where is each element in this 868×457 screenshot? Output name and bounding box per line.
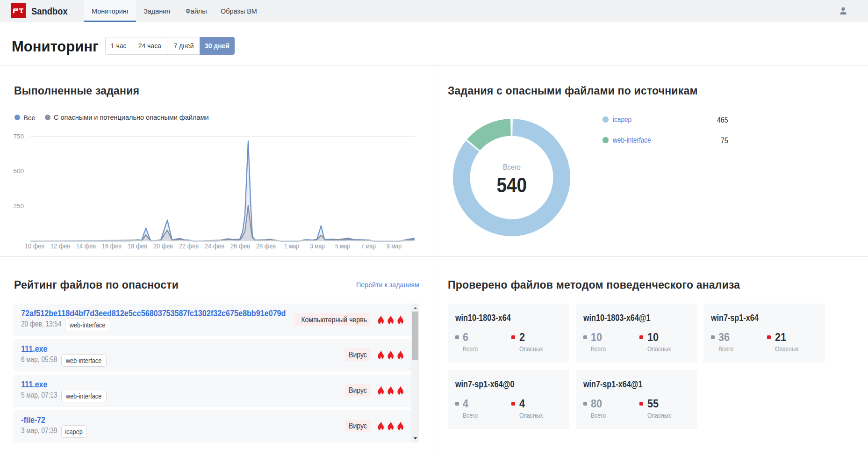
svg-text:3 мар: 3 мар bbox=[310, 242, 325, 250]
svg-text:7 мар: 7 мар bbox=[361, 242, 376, 250]
svg-text:250: 250 bbox=[13, 203, 24, 210]
svg-text:26 фев: 26 фев bbox=[230, 242, 250, 250]
svg-text:5 мар: 5 мар bbox=[335, 242, 350, 250]
svg-text:1 мар: 1 мар bbox=[284, 242, 299, 250]
svg-text:20 фев: 20 фев bbox=[153, 242, 173, 250]
svg-text:500: 500 bbox=[13, 167, 24, 174]
svg-text:28 фев: 28 фев bbox=[256, 242, 276, 250]
svg-text:750: 750 bbox=[13, 133, 24, 140]
svg-text:16 фев: 16 фев bbox=[102, 242, 122, 250]
svg-text:24 фев: 24 фев bbox=[205, 242, 224, 250]
svg-text:18 фев: 18 фев bbox=[128, 242, 147, 250]
svg-text:9 мар: 9 мар bbox=[387, 242, 402, 250]
svg-text:12 фев: 12 фев bbox=[50, 242, 70, 250]
svg-text:10 фев: 10 фев bbox=[25, 242, 44, 250]
svg-text:22 фев: 22 фев bbox=[179, 242, 199, 250]
svg-text:14 фев: 14 фев bbox=[76, 242, 96, 250]
